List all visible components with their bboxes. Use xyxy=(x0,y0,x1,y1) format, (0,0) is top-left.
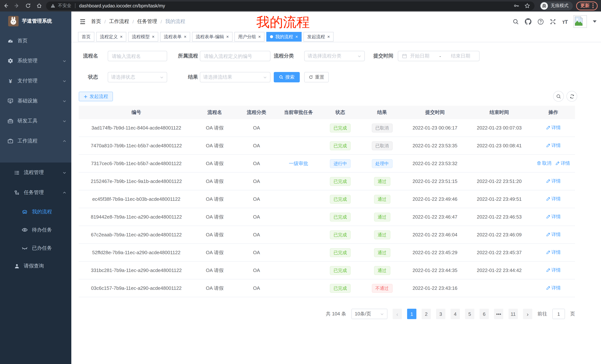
list-icon xyxy=(14,170,20,175)
trash-icon xyxy=(537,161,541,166)
date-range-picker[interactable]: 开始日期 - 结束日期 xyxy=(398,51,480,61)
cell-process-id: 3ad174fb-7b9d-11ec-8404-acde48001122 xyxy=(79,125,194,131)
caret-down-icon[interactable] xyxy=(593,20,597,23)
browser-home-icon[interactable] xyxy=(33,1,45,10)
breadcrumb-item[interactable]: 工作流程 xyxy=(109,18,129,25)
sidebar-item-home[interactable]: 首页 xyxy=(0,31,71,51)
detail-link[interactable]: 详情 xyxy=(546,285,561,291)
start-process-button[interactable]: 发起流程 xyxy=(79,92,113,101)
status-select[interactable]: 请选择状态 xyxy=(108,72,167,82)
sidebar-item-leave-query[interactable]: 请假查询 xyxy=(0,257,71,275)
browser-forward-icon[interactable] xyxy=(11,1,22,10)
sidebar-item-my-process[interactable]: 我的流程 xyxy=(0,203,71,221)
detail-link[interactable]: 详情 xyxy=(546,178,561,184)
page-button[interactable]: 4 xyxy=(451,309,460,319)
result-badge: 已取消 xyxy=(372,123,392,132)
table-header: 编号 流程名 流程分类 当前审批任务 状态 结果 提交时间 结束时间 操作 xyxy=(79,106,575,119)
sidebar-item-devtools[interactable]: 研发工具 xyxy=(0,111,71,131)
bookmark-star-icon[interactable] xyxy=(525,3,530,9)
url-text[interactable]: dashboard.yudao.iocoder.cn/bpm/task/my xyxy=(79,3,165,8)
table-refresh-icon[interactable] xyxy=(566,91,577,102)
tab[interactable]: 流程定义× xyxy=(96,32,126,42)
result-select[interactable]: 请选择流结果 xyxy=(200,72,270,82)
category-select[interactable]: 请选择流程分类 xyxy=(304,51,365,61)
process-name-input[interactable] xyxy=(108,51,167,61)
detail-link[interactable]: 详情 xyxy=(546,125,561,131)
page-button[interactable]: 2 xyxy=(421,309,431,319)
browser-update-button[interactable]: 更新 xyxy=(576,1,598,10)
cell-result: 通过 xyxy=(361,248,403,257)
reset-button[interactable]: 重置 xyxy=(304,72,329,82)
security-label[interactable]: 不安全 xyxy=(58,3,71,9)
tab-close-icon[interactable]: × xyxy=(152,35,155,39)
page-button[interactable]: 1 xyxy=(407,309,416,319)
fullscreen-icon[interactable] xyxy=(550,18,556,25)
process-definition-input[interactable] xyxy=(200,51,270,61)
tab-close-icon[interactable]: × xyxy=(226,35,229,39)
cell-process-id: 7317cec6-7b9b-11ec-b5b7-acde48001122 xyxy=(79,161,194,166)
page-button[interactable]: 6 xyxy=(480,309,489,319)
tab[interactable]: 用户分组× xyxy=(234,32,264,42)
tab-close-icon[interactable]: × xyxy=(258,35,261,39)
tab-close-icon[interactable]: × xyxy=(327,35,330,39)
sidebar-item-todo-tasks[interactable]: 待办任务 xyxy=(0,221,71,239)
update-label[interactable]: 更新 xyxy=(580,3,590,9)
detail-link[interactable]: 详情 xyxy=(546,196,561,202)
sidebar-item-task-mgmt[interactable]: 任务管理 xyxy=(0,182,71,203)
goto-page-input[interactable] xyxy=(552,309,565,319)
browser-reload-icon[interactable] xyxy=(22,1,33,10)
task-link[interactable]: 一级审批 xyxy=(289,161,308,166)
sidebar-item-done-tasks[interactable]: 已办任务 xyxy=(0,239,71,257)
breadcrumb-separator: / xyxy=(161,19,162,24)
font-size-icon[interactable]: тT xyxy=(562,18,568,25)
browser-back-icon[interactable] xyxy=(0,1,11,10)
table-body: 3ad174fb-7b9d-11ec-8404-acde48001122OA 请… xyxy=(79,119,575,297)
detail-link[interactable]: 详情 xyxy=(546,143,561,149)
search-icon[interactable] xyxy=(513,18,519,25)
page-button[interactable]: 11 xyxy=(509,309,518,319)
cancel-link[interactable]: 取消 xyxy=(537,160,551,167)
page-button[interactable]: 3 xyxy=(436,309,445,319)
tab-close-icon[interactable]: × xyxy=(120,35,123,39)
detail-link[interactable]: 详情 xyxy=(546,231,561,238)
sidebar-item-system[interactable]: 系统管理 xyxy=(0,51,71,71)
security-warning-icon[interactable] xyxy=(50,3,55,8)
tab-active[interactable]: 我的流程× xyxy=(266,32,302,42)
detail-link[interactable]: 详情 xyxy=(546,249,561,256)
detail-link[interactable]: 详情 xyxy=(546,267,561,273)
tab[interactable]: 流程模型× xyxy=(128,32,158,42)
github-icon[interactable] xyxy=(525,18,532,25)
sidebar-item-workflow[interactable]: 工作流程 xyxy=(0,131,71,151)
action-label: 详情 xyxy=(561,160,570,167)
page-size-select[interactable]: 10条/页 xyxy=(351,309,387,319)
search-button[interactable]: 搜索 xyxy=(274,72,300,82)
tab-close-icon[interactable]: × xyxy=(295,35,298,39)
breadcrumb-item[interactable]: 任务管理 xyxy=(137,18,157,25)
tab[interactable]: 流程表单-编辑× xyxy=(192,32,232,42)
prev-page-button[interactable]: ‹ xyxy=(393,309,402,319)
app-logo-row[interactable]: 芋道管理系统 xyxy=(0,11,71,31)
tab[interactable]: 发起流程× xyxy=(303,32,334,42)
next-page-button[interactable]: › xyxy=(523,309,532,319)
tab-close-icon[interactable]: × xyxy=(184,35,186,39)
key-icon[interactable] xyxy=(514,3,520,9)
tab-label: 我的流程 xyxy=(275,34,293,40)
cell-actions: 取消详情 xyxy=(531,160,575,167)
table-search-icon[interactable] xyxy=(553,91,564,102)
tab[interactable]: 首页 xyxy=(78,32,94,42)
browser-menu-icon[interactable] xyxy=(593,3,594,8)
tab[interactable]: 流程表单× xyxy=(160,32,190,42)
address-bar[interactable]: 不安全 dashboard.yudao.iocoder.cn/bpm/task/… xyxy=(46,1,535,10)
breadcrumb-item[interactable]: 首页 xyxy=(91,18,101,25)
page-ellipsis[interactable]: ••• xyxy=(494,309,503,319)
sidebar-collapse-icon[interactable] xyxy=(80,18,86,25)
avatar[interactable] xyxy=(573,15,587,28)
sidebar-item-process-mgmt[interactable]: 流程管理 xyxy=(0,163,71,182)
sidebar-item-infra[interactable]: 基础设施 xyxy=(0,91,71,111)
status-badge: 已完成 xyxy=(330,284,351,293)
detail-link[interactable]: 详情 xyxy=(555,160,570,167)
help-icon[interactable] xyxy=(538,18,544,25)
page-button[interactable]: 5 xyxy=(465,309,474,319)
detail-link[interactable]: 详情 xyxy=(546,214,561,220)
sidebar-item-payment[interactable]: ¥ 支付管理 xyxy=(0,71,71,91)
